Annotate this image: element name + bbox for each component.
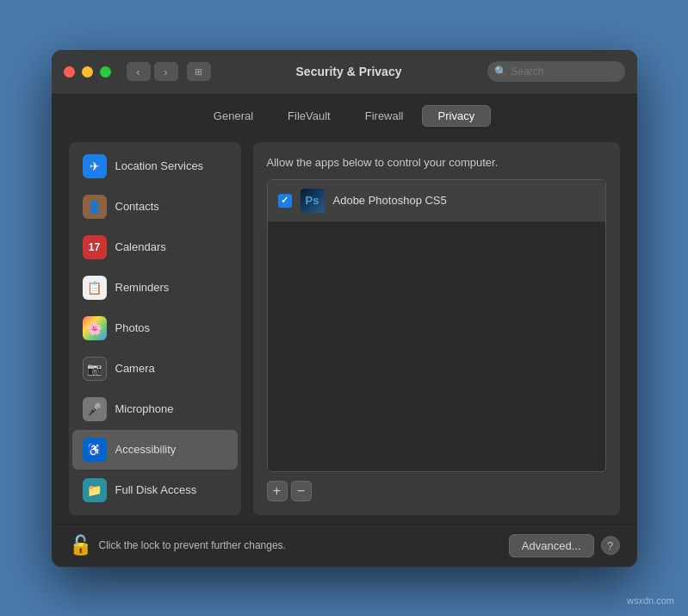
sidebar-item-label: Location Services: [115, 159, 204, 172]
maximize-button[interactable]: [100, 66, 111, 78]
sidebar-item-contacts[interactable]: 👤 Contacts: [72, 187, 238, 227]
sidebar: ✈ Location Services 👤 Contacts 17 Calend…: [69, 142, 241, 515]
lock-text: Click the lock to prevent further change…: [99, 539, 286, 551]
sidebar-item-label: Accessibility: [115, 443, 177, 456]
add-app-button[interactable]: +: [267, 481, 288, 501]
tab-filevault[interactable]: FileVault: [271, 105, 347, 127]
contacts-icon: 👤: [83, 195, 107, 219]
sidebar-item-location-services[interactable]: ✈ Location Services: [72, 146, 238, 186]
help-button[interactable]: ?: [601, 536, 620, 555]
sidebar-item-label: Microphone: [115, 402, 174, 415]
titlebar: ‹ › ⊞ Security & Privacy 🔍: [52, 50, 637, 95]
sidebar-item-full-disk-access[interactable]: 📁 Full Disk Access: [72, 470, 238, 510]
tab-firewall[interactable]: Firewall: [349, 105, 420, 127]
sidebar-item-label: Full Disk Access: [115, 483, 197, 496]
tab-privacy[interactable]: Privacy: [422, 105, 492, 127]
advanced-button[interactable]: Advanced...: [509, 534, 594, 557]
panel-description: Allow the apps below to control your com…: [267, 156, 606, 169]
sidebar-item-reminders[interactable]: 📋 Reminders: [72, 268, 238, 308]
lock-icon[interactable]: 🔓: [69, 534, 92, 557]
remove-app-button[interactable]: −: [291, 481, 312, 501]
right-panel: Allow the apps below to control your com…: [253, 142, 620, 515]
tab-general[interactable]: General: [197, 105, 270, 127]
microphone-icon: 🎤: [83, 397, 107, 421]
watermark: wsxdn.com: [627, 595, 674, 606]
search-icon: 🔍: [494, 65, 507, 78]
window-title: Security & Privacy: [220, 65, 479, 78]
photos-icon: 🌸: [83, 316, 107, 340]
nav-buttons: ‹ ›: [127, 62, 178, 81]
search-input[interactable]: [511, 65, 618, 78]
reminders-icon: 📋: [83, 276, 107, 300]
sidebar-item-label: Calendars: [115, 240, 166, 253]
sidebar-item-microphone[interactable]: 🎤 Microphone: [72, 389, 238, 429]
apps-list: Ps Adobe Photoshop CS5: [267, 179, 606, 472]
grid-view-button[interactable]: ⊞: [187, 62, 211, 81]
table-row: Ps Adobe Photoshop CS5: [268, 180, 605, 222]
bottom-bar: 🔓 Click the lock to prevent further chan…: [52, 524, 637, 567]
main-content: ✈ Location Services 👤 Contacts 17 Calend…: [52, 134, 637, 524]
sidebar-item-photos[interactable]: 🌸 Photos: [72, 308, 238, 348]
close-button[interactable]: [64, 66, 75, 78]
calendars-icon: 17: [83, 235, 107, 259]
photoshop-app-icon: Ps: [301, 189, 325, 213]
location-services-icon: ✈: [83, 154, 107, 178]
tabs-row: General FileVault Firewall Privacy: [52, 95, 637, 134]
sidebar-item-label: Reminders: [115, 281, 170, 294]
accessibility-icon: ♿: [83, 438, 107, 462]
minimize-button[interactable]: [82, 66, 93, 78]
traffic-lights: [64, 66, 111, 78]
sidebar-item-label: Contacts: [115, 200, 159, 213]
forward-button[interactable]: ›: [154, 62, 178, 81]
app-name: Adobe Photoshop CS5: [333, 194, 447, 207]
panel-actions: + −: [267, 481, 606, 501]
sidebar-item-calendars[interactable]: 17 Calendars: [72, 227, 238, 267]
back-button[interactable]: ‹: [127, 62, 151, 81]
system-preferences-window: ‹ › ⊞ Security & Privacy 🔍 General FileV…: [52, 50, 637, 567]
full-disk-access-icon: 📁: [83, 478, 107, 502]
app-checkbox-photoshop[interactable]: [278, 194, 292, 208]
sidebar-item-label: Camera: [115, 362, 155, 375]
sidebar-item-camera[interactable]: 📷 Camera: [72, 349, 238, 389]
sidebar-item-accessibility[interactable]: ♿ Accessibility: [72, 430, 238, 470]
lock-area: 🔓 Click the lock to prevent further chan…: [69, 534, 509, 557]
search-box[interactable]: 🔍: [487, 61, 625, 82]
camera-icon: 📷: [83, 357, 107, 381]
sidebar-item-label: Photos: [115, 321, 150, 334]
